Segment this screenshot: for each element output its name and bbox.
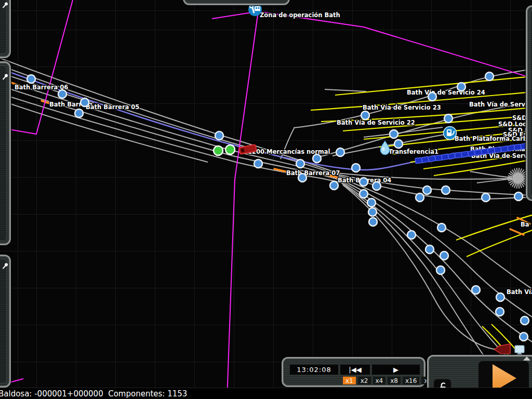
track-node[interactable] xyxy=(373,182,381,190)
track-segment[interactable] xyxy=(341,182,507,356)
zone-boundary xyxy=(0,0,73,134)
warning-segment[interactable] xyxy=(510,229,524,235)
signal-node-green[interactable] xyxy=(214,146,223,155)
track-node[interactable] xyxy=(423,186,431,194)
map-label: Bath Vía de Servicio 22 xyxy=(337,119,415,126)
map-label: Bath Barrera 07 xyxy=(286,169,340,177)
wagon[interactable] xyxy=(415,157,422,163)
track-node[interactable] xyxy=(360,178,368,186)
track-node[interactable] xyxy=(436,266,445,274)
side-panel-bottom[interactable] xyxy=(0,255,11,388)
speed-button-x1[interactable]: x1 xyxy=(343,377,356,384)
side-panel-top[interactable] xyxy=(0,0,11,58)
track-segment[interactable] xyxy=(0,79,340,178)
track-node[interactable] xyxy=(514,192,523,201)
map-label: Bath Vía de Servicio 24 xyxy=(407,89,485,96)
track-node[interactable] xyxy=(296,159,304,168)
monitor-icon[interactable] xyxy=(515,345,524,356)
speed-button-x8[interactable]: x8 xyxy=(388,377,401,384)
track-node[interactable] xyxy=(369,218,377,226)
map-label: Bath Vía d xyxy=(507,288,532,296)
turntable-icon[interactable] xyxy=(508,168,528,189)
track-node[interactable] xyxy=(444,114,453,123)
track-node[interactable] xyxy=(215,131,223,140)
track-node[interactable] xyxy=(472,286,480,294)
panel-content xyxy=(0,259,7,383)
pushpin-icon[interactable] xyxy=(2,2,9,9)
track-node[interactable] xyxy=(361,111,369,119)
map-label: Bath Barrera 05 xyxy=(86,103,139,111)
map-editor-stage: Zona de operación BathBath Barrera 06Bat… xyxy=(0,0,532,399)
track-node[interactable] xyxy=(440,251,448,260)
track-node[interactable] xyxy=(496,308,504,316)
map-label: Bath Plataforma Carbón xyxy=(455,135,532,142)
map-label: Bath Vía de Servicio 23 xyxy=(363,104,441,111)
track-node[interactable] xyxy=(442,186,450,194)
track-segment[interactable] xyxy=(470,171,512,178)
track-node[interactable] xyxy=(330,181,338,190)
track-node[interactable] xyxy=(457,83,466,91)
track-node[interactable] xyxy=(75,109,83,117)
right-side-panel[interactable] xyxy=(526,5,532,201)
track-node[interactable] xyxy=(254,159,262,168)
track-node[interactable] xyxy=(313,154,321,163)
status-bar: Baldosa: -000001+000000 Componentes: 115… xyxy=(0,388,532,399)
water-transfer-icon[interactable] xyxy=(380,141,390,155)
speed-buttons: x1x2x4x8x16x32 xyxy=(343,377,438,384)
speed-button-x2[interactable]: x2 xyxy=(358,377,371,384)
pushpin-icon[interactable] xyxy=(2,262,9,270)
track-node[interactable] xyxy=(428,92,436,101)
wagon[interactable] xyxy=(474,150,482,155)
top-panel[interactable] xyxy=(183,0,290,5)
wagon[interactable] xyxy=(514,144,522,150)
map-label: Transferencia1 xyxy=(389,148,438,155)
track-node[interactable] xyxy=(520,332,528,341)
track-node[interactable] xyxy=(407,231,416,239)
panel-content xyxy=(0,65,7,241)
fuel-platform-icon[interactable] xyxy=(444,127,457,140)
map-label: Bath Vía de Servicio 21 xyxy=(469,101,532,108)
track-node[interactable] xyxy=(352,164,360,172)
track-node[interactable] xyxy=(482,193,490,202)
wagon[interactable] xyxy=(435,155,442,161)
step-forward-button[interactable]: ▶ xyxy=(372,365,420,375)
side-panel-middle[interactable] xyxy=(0,61,11,245)
track-node[interactable] xyxy=(437,223,446,232)
track-node[interactable] xyxy=(27,75,35,83)
status-text: Baldosa: -000001+000000 Componentes: 115… xyxy=(0,389,187,398)
map-label: Ba xyxy=(521,221,529,228)
track-node[interactable] xyxy=(425,245,434,254)
track-node[interactable] xyxy=(390,130,398,138)
track-map[interactable]: Zona de operación BathBath Barrera 06Bat… xyxy=(0,0,532,388)
signal-node-green[interactable] xyxy=(225,145,235,154)
track-node[interactable] xyxy=(81,98,89,107)
track-node[interactable] xyxy=(416,193,424,202)
speed-button-x16[interactable]: x16 xyxy=(403,377,419,384)
panel-content xyxy=(530,9,532,197)
zone-boundary xyxy=(227,11,258,388)
track-node[interactable] xyxy=(394,140,403,148)
track-node[interactable] xyxy=(298,174,307,182)
track-segment[interactable] xyxy=(325,89,366,91)
track-node[interactable] xyxy=(485,72,494,81)
time-panel: 13:02:08 |◀◀ ▶ x1x2x4x8x16x32 xyxy=(282,357,425,387)
track-node[interactable] xyxy=(360,190,368,198)
track-node[interactable] xyxy=(368,208,377,216)
zone-boundary xyxy=(212,11,532,78)
track-node[interactable] xyxy=(336,148,344,156)
track-node[interactable] xyxy=(367,198,376,207)
track-segment[interactable] xyxy=(0,58,338,173)
pushpin-icon[interactable] xyxy=(2,73,9,81)
wagon[interactable] xyxy=(455,152,462,158)
wagon[interactable] xyxy=(494,147,501,153)
track-node[interactable] xyxy=(58,90,66,98)
track-node[interactable] xyxy=(521,316,529,325)
clock-display: 13:02:08 xyxy=(290,365,338,375)
map-label: Zona de operación Bath xyxy=(260,11,340,19)
track-segment[interactable] xyxy=(343,185,498,350)
rewind-button[interactable]: |◀◀ xyxy=(340,365,370,375)
speed-button-x4[interactable]: x4 xyxy=(373,377,386,384)
track-node[interactable] xyxy=(496,293,504,301)
collapse-arrow-icon[interactable] xyxy=(523,356,530,361)
